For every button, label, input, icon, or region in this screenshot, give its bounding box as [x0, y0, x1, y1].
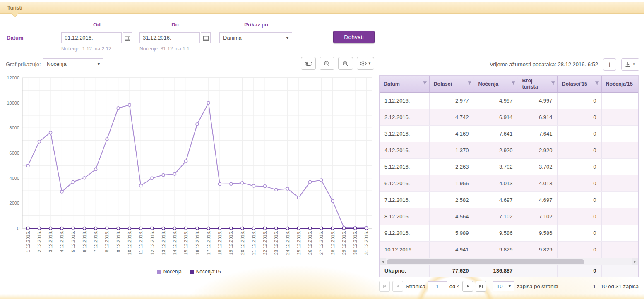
scroll-left-icon[interactable]: [380, 258, 386, 265]
column-header[interactable]: Broj turista: [518, 76, 557, 92]
record-range-label: 1 - 10 od 31 zapisa: [593, 283, 639, 289]
previous-page-button[interactable]: [392, 281, 403, 292]
table-row[interactable]: 6.12.2016.1.9564.0134.0130: [380, 175, 639, 191]
table-row[interactable]: 10.12.2016.4.9419.8299.8290: [380, 241, 639, 258]
column-header-label: Noćenja: [478, 81, 499, 87]
background-band: [0, 294, 644, 299]
dohvati-button[interactable]: Dohvati: [333, 31, 375, 43]
cell-value: 4.013: [474, 175, 518, 191]
date-to-group: Do Noćenje: 31.12. na 1.1.: [139, 22, 211, 52]
info-button[interactable]: i: [603, 58, 616, 71]
legend-item[interactable]: Noćenja'15: [190, 269, 221, 275]
column-header-label: Dolasci: [434, 81, 452, 87]
svg-text:1.12.2016.: 1.12.2016.: [26, 231, 31, 252]
update-time-label: Vrijeme ažurnosti podataka: 28.12.2016. …: [490, 61, 598, 67]
totals-label: Ukupno:: [380, 265, 429, 277]
zoom-out-button[interactable]: [320, 57, 334, 70]
cell-value: 4.169: [429, 125, 474, 142]
svg-text:8.12.2016.: 8.12.2016.: [104, 231, 109, 252]
svg-text:4000: 4000: [10, 176, 19, 181]
totals-value: 136.887: [474, 265, 518, 277]
cell-value: 2.582: [429, 191, 474, 208]
legend-label: Noćenja: [163, 269, 182, 275]
table-row[interactable]: 1.12.2016.2.9774.9974.9970: [380, 92, 639, 109]
page-size-select[interactable]: 10 ▼: [493, 281, 514, 291]
date-to-hint: Noćenje: 31.12. na 1.1.: [139, 46, 211, 52]
svg-text:4.12.2016.: 4.12.2016.: [59, 231, 64, 252]
last-page-button[interactable]: [476, 281, 486, 292]
toggle-series-button[interactable]: [301, 57, 316, 70]
page-number-input[interactable]: [428, 281, 447, 291]
column-header-label: Datum: [384, 81, 400, 87]
svg-text:27.12.2016.: 27.12.2016.: [319, 231, 324, 255]
table-row[interactable]: 5.12.2016.2.2633.7023.7020: [380, 158, 639, 175]
filter-icon[interactable]: [511, 81, 516, 87]
svg-text:8000: 8000: [10, 125, 19, 130]
cell-value: [601, 175, 639, 191]
svg-text:10000: 10000: [7, 100, 19, 105]
date-to-input[interactable]: [139, 32, 200, 43]
table-row[interactable]: 7.12.2016.2.5824.6974.6970: [380, 191, 639, 208]
cell-value: [601, 208, 639, 225]
page-size-label: zapisa po stranici: [517, 283, 558, 289]
table-row[interactable]: 2.12.2016.4.7426.9146.9140: [380, 109, 639, 125]
visibility-dropdown-button[interactable]: ▼: [357, 57, 374, 70]
legend-swatch-icon: [157, 270, 161, 274]
date-from-input[interactable]: [61, 32, 122, 43]
of-pages-label: od 4: [449, 283, 460, 289]
chevron-down-icon[interactable]: ▼: [283, 33, 292, 43]
do-label: Do: [139, 22, 211, 28]
column-header[interactable]: Noćenja'15: [601, 76, 639, 92]
horizontal-scrollbar[interactable]: [380, 258, 638, 265]
graf-select-value: Noćenja: [43, 61, 94, 67]
filter-icon[interactable]: [551, 81, 555, 87]
chevron-down-icon[interactable]: ▼: [94, 59, 103, 69]
filter-icon[interactable]: [595, 81, 599, 87]
page-size-value: 10: [493, 283, 505, 289]
totals-row: Ukupno:77.620136.8870: [380, 265, 639, 277]
filter-icon[interactable]: [423, 81, 427, 87]
cell-datum: 2.12.2016.: [380, 109, 429, 125]
column-header[interactable]: Noćenja: [474, 76, 518, 92]
chevron-down-icon[interactable]: ▼: [505, 282, 514, 291]
first-page-button[interactable]: [379, 281, 390, 292]
od-label: Od: [61, 22, 132, 28]
table-row[interactable]: 8.12.2016.4.5647.1027.1020: [380, 208, 639, 225]
next-page-button[interactable]: [462, 281, 473, 292]
scrollbar-thumb[interactable]: [387, 259, 584, 264]
table-row[interactable]: 4.12.2016.1.3702.9202.9200: [380, 142, 639, 158]
cell-value: [601, 92, 639, 109]
cell-value: 6.914: [518, 109, 557, 125]
svg-text:10.12.2016.: 10.12.2016.: [127, 231, 132, 255]
cell-value: 7.102: [518, 208, 557, 225]
calendar-icon[interactable]: [201, 32, 211, 43]
svg-text:7.12.2016.: 7.12.2016.: [93, 231, 98, 252]
calendar-icon[interactable]: [123, 32, 132, 43]
cell-value: 4.997: [518, 92, 557, 109]
graf-select[interactable]: Noćenja ▼: [43, 58, 103, 69]
column-header[interactable]: Dolasci: [429, 76, 474, 92]
chart-legend: NoćenjaNoćenja'15: [3, 269, 375, 275]
table-row[interactable]: 3.12.2016.4.1697.6417.6410: [380, 125, 639, 142]
download-button[interactable]: ▼: [621, 58, 639, 71]
svg-text:18.12.2016.: 18.12.2016.: [217, 231, 222, 255]
column-header[interactable]: Datum: [380, 76, 429, 92]
cell-datum: 6.12.2016.: [380, 175, 429, 191]
column-header[interactable]: Dolasci'15: [557, 76, 601, 92]
zoom-out-icon: [324, 60, 330, 67]
legend-label: Noćenja'15: [196, 269, 221, 275]
cell-value: 2.920: [474, 142, 518, 158]
prikaz-value: Danima: [220, 35, 283, 41]
cell-value: 2.263: [429, 158, 474, 175]
cell-value: 0: [557, 241, 601, 258]
legend-item[interactable]: Noćenja: [157, 269, 182, 275]
cell-value: 0: [557, 208, 601, 225]
zoom-in-button[interactable]: [338, 57, 353, 70]
cell-datum: 1.12.2016.: [380, 92, 429, 109]
table-row[interactable]: 9.12.2016.5.9899.5869.5860: [380, 225, 639, 241]
filter-icon[interactable]: [467, 81, 472, 87]
scroll-right-icon[interactable]: [632, 258, 638, 265]
totals-value: [518, 265, 557, 277]
svg-text:15.12.2016.: 15.12.2016.: [183, 231, 188, 255]
prikaz-select[interactable]: Danima ▼: [219, 32, 292, 43]
